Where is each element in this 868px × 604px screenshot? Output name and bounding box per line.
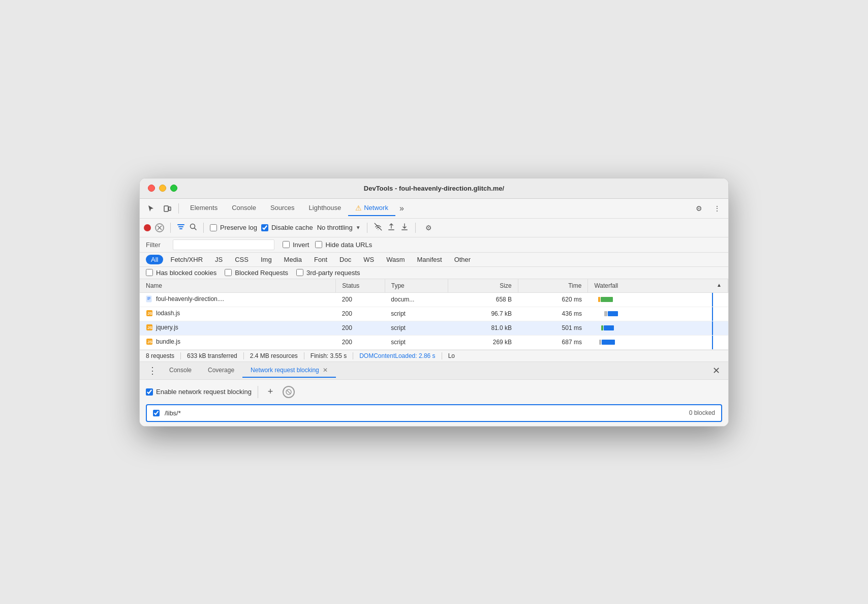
enable-blocking-checkbox[interactable]: Enable network request blocking [146, 388, 252, 396]
type-btn-doc[interactable]: Doc [334, 255, 356, 264]
col-type[interactable]: Type [385, 279, 448, 293]
status-bar: 8 requests 633 kB transferred 2.4 MB res… [140, 350, 728, 362]
bottom-tab-console[interactable]: Console [161, 364, 200, 378]
svg-text:JS: JS [147, 340, 152, 344]
hide-data-urls-checkbox[interactable]: Hide data URLs [315, 241, 372, 249]
cell-name: JS jquery.js [140, 321, 336, 335]
blocked-cookies-checkbox[interactable]: Has blocked cookies [146, 269, 216, 277]
wf-bar [608, 311, 618, 316]
window-title: DevTools - foul-heavenly-direction.glitc… [364, 185, 504, 192]
vertical-divider [258, 386, 258, 398]
col-name[interactable]: Name [140, 279, 336, 293]
more-options-icon[interactable]: ⋮ [710, 201, 724, 216]
cell-type: script [385, 335, 448, 349]
cell-status: 200 [336, 292, 385, 307]
close-bottom-panel-button[interactable]: ✕ [708, 363, 724, 378]
finish-time: Finish: 3.55 s [311, 352, 353, 359]
type-btn-other[interactable]: Other [449, 255, 476, 264]
col-waterfall[interactable]: Waterfall ▲ [588, 279, 728, 293]
svg-line-18 [287, 390, 291, 394]
bottom-tab-coverage[interactable]: Coverage [200, 364, 242, 378]
tab-elements[interactable]: Elements [183, 201, 225, 216]
type-btn-img[interactable]: Img [256, 255, 277, 264]
disable-cache-checkbox[interactable]: Disable cache [261, 224, 313, 231]
bottom-more-options[interactable]: ⋮ [144, 362, 161, 379]
wf-bar [602, 340, 615, 345]
rule-checkbox[interactable] [153, 410, 160, 416]
cell-time: 501 ms [518, 321, 588, 335]
wf-bar [601, 325, 603, 330]
maximize-button[interactable] [170, 185, 177, 192]
minimize-button[interactable] [159, 185, 166, 192]
filter-icon[interactable] [177, 223, 185, 233]
table-row[interactable]: JS jquery.js 200 script 81.0 kB 501 ms [140, 321, 728, 335]
sort-icon: ▲ [717, 282, 722, 288]
more-tabs-button[interactable]: » [395, 202, 408, 215]
requests-count: 8 requests [146, 352, 181, 359]
type-btn-media[interactable]: Media [279, 255, 307, 264]
rule-pattern: /libs/* [165, 409, 684, 417]
network-toolbar: Preserve log Disable cache No throttling… [140, 219, 728, 237]
close-button[interactable] [148, 185, 155, 192]
blocked-requests-checkbox[interactable]: Blocked Requests [225, 269, 288, 277]
filter-input[interactable] [173, 239, 274, 250]
bottom-tab-blocking[interactable]: Network request blocking ✕ [242, 364, 336, 378]
tab-console[interactable]: Console [225, 201, 263, 216]
wf-bar [604, 325, 614, 330]
cell-status: 200 [336, 335, 385, 349]
clear-rules-button[interactable] [283, 386, 295, 398]
network-settings-icon[interactable]: ⚙ [422, 221, 436, 235]
js-icon: JS [146, 338, 153, 345]
type-btn-fetchxhr[interactable]: Fetch/XHR [165, 255, 208, 264]
col-status[interactable]: Status [336, 279, 385, 293]
network-table: Name Status Type Size Time Waterfall ▲ [140, 279, 728, 350]
cell-name: JS bundle.js [140, 335, 336, 349]
type-filter-bar: All Fetch/XHR JS CSS Img Media Font Doc … [140, 253, 728, 267]
close-tab-icon[interactable]: ✕ [323, 367, 328, 374]
tab-sources[interactable]: Sources [263, 201, 302, 216]
type-btn-all[interactable]: All [146, 255, 163, 264]
type-btn-css[interactable]: CSS [230, 255, 254, 264]
load-time: Lo [448, 352, 461, 359]
type-btn-manifest[interactable]: Manifest [412, 255, 447, 264]
search-icon[interactable] [189, 223, 197, 233]
table-row[interactable]: foul-heavenly-direction.... 200 docum...… [140, 292, 728, 307]
preserve-log-checkbox[interactable]: Preserve log [210, 224, 257, 231]
blocking-rule-item[interactable]: /libs/* 0 blocked [146, 404, 722, 422]
traffic-lights [148, 185, 177, 192]
js-icon: JS [146, 324, 153, 331]
tab-network[interactable]: ⚠ Network [348, 201, 395, 216]
type-btn-wasm[interactable]: Wasm [381, 255, 410, 264]
col-size[interactable]: Size [448, 279, 518, 293]
type-btn-ws[interactable]: WS [358, 255, 379, 264]
cell-size: 658 B [448, 292, 518, 307]
record-button[interactable] [144, 224, 151, 231]
type-btn-js[interactable]: JS [210, 255, 228, 264]
table-row[interactable]: JS bundle.js 200 script 269 kB 687 ms [140, 335, 728, 349]
svg-rect-7 [146, 296, 151, 302]
add-rule-button[interactable]: + [264, 386, 276, 398]
tab-lighthouse[interactable]: Lighthouse [302, 201, 349, 216]
table-row[interactable]: JS lodash.js 200 script 96.7 kB 436 ms [140, 307, 728, 321]
settings-icon[interactable]: ⚙ [692, 201, 706, 216]
download-icon[interactable] [400, 222, 409, 233]
svg-rect-1 [169, 207, 171, 210]
wifi-icon[interactable] [374, 222, 383, 233]
cell-size: 269 kB [448, 335, 518, 349]
clear-button[interactable] [155, 223, 164, 232]
col-time[interactable]: Time [518, 279, 588, 293]
invert-checkbox[interactable]: Invert [283, 241, 309, 249]
transferred-size: 633 kB transferred [187, 352, 244, 359]
divider-4 [367, 223, 367, 233]
cell-name: JS lodash.js [140, 307, 336, 321]
svg-rect-0 [164, 206, 168, 212]
device-icon[interactable] [160, 201, 174, 216]
upload-icon[interactable] [387, 222, 396, 233]
cell-time: 436 ms [518, 307, 588, 321]
type-btn-font[interactable]: Font [309, 255, 332, 264]
filter-options: Invert Hide data URLs [283, 241, 372, 249]
throttle-select[interactable]: No throttling ▼ [317, 224, 361, 231]
cursor-icon[interactable] [144, 201, 158, 216]
third-party-requests-checkbox[interactable]: 3rd-party requests [296, 269, 360, 277]
wf-bar [599, 340, 601, 345]
